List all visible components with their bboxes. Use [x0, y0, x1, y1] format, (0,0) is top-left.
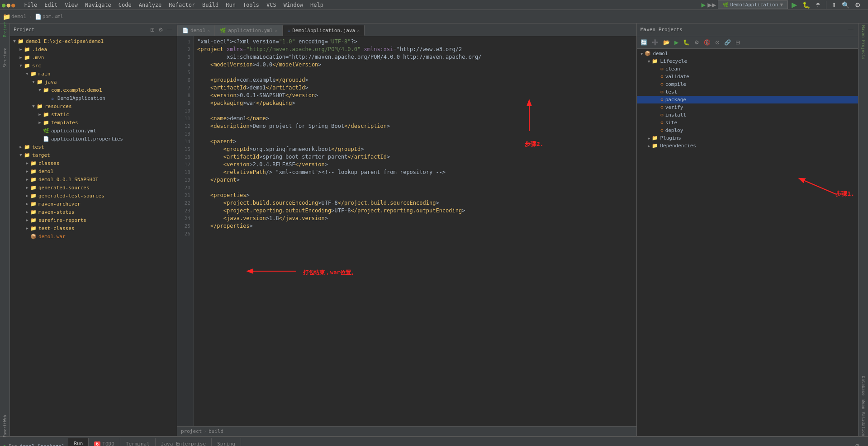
- menu-edit[interactable]: Edit: [41, 1, 61, 9]
- tree-arrow-18[interactable]: ▶: [24, 185, 30, 190]
- tree-arrow-1[interactable]: ▶: [18, 47, 24, 52]
- menu-file[interactable]: File: [20, 1, 41, 9]
- tree-arrow-21[interactable]: ▶: [24, 209, 30, 215]
- bottom-tab-run[interactable]: Run: [68, 438, 89, 446]
- menu-vcs[interactable]: VCS: [263, 1, 280, 9]
- tree-arrow-0[interactable]: ▼: [12, 38, 17, 44]
- maven-panel-minimize[interactable]: —: [847, 27, 854, 33]
- tab-close-yml[interactable]: ✕: [275, 28, 278, 33]
- maven-item-9[interactable]: ⚙site: [637, 119, 858, 127]
- tree-arrow-16[interactable]: ▶: [24, 169, 30, 174]
- menu-window[interactable]: Window: [280, 1, 307, 9]
- breadcrumb-project[interactable]: project: [181, 428, 202, 434]
- editor-tab-demo1[interactable]: 📄 demo1 ✕: [177, 25, 215, 36]
- tree-arrow-17[interactable]: ▶: [24, 177, 30, 182]
- tree-item-7[interactable]: ☕Demo1Application: [10, 94, 177, 102]
- maven-item-6[interactable]: ⚙package: [637, 96, 858, 103]
- maven-arrow-1[interactable]: ▼: [648, 59, 650, 64]
- maven-arrow-12[interactable]: ▶: [648, 144, 650, 148]
- tree-arrow-20[interactable]: ▶: [24, 201, 30, 207]
- bottom-panel-settings[interactable]: ⚙: [854, 443, 861, 446]
- maven-item-7[interactable]: ⚙verify: [637, 103, 858, 111]
- bean-validation-icon[interactable]: Bean Validation: [861, 399, 866, 436]
- bottom-tab-spring[interactable]: Spring: [212, 438, 241, 446]
- breadcrumb-build[interactable]: build: [209, 428, 223, 434]
- maven-settings[interactable]: ⚙: [693, 38, 701, 47]
- maven-collapse[interactable]: ⊟: [734, 38, 742, 47]
- maven-run-lifecycle[interactable]: ▶: [673, 38, 680, 47]
- maven-arrow-0[interactable]: ▼: [640, 52, 643, 56]
- tree-item-13[interactable]: ▶📁test: [10, 143, 177, 151]
- tree-item-14[interactable]: ▼📁target: [10, 151, 177, 159]
- tab-close-java[interactable]: ✕: [357, 28, 360, 33]
- tree-item-18[interactable]: ▶📁generated-sources: [10, 183, 177, 192]
- menu-view[interactable]: View: [61, 1, 81, 9]
- tree-arrow-3[interactable]: ▼: [18, 63, 24, 68]
- run-button[interactable]: ▶: [790, 0, 799, 10]
- bottom-tab-java-enterprise[interactable]: Java Enterprise: [156, 438, 212, 446]
- code-area[interactable]: "xml-decl"><?xml version="1.0" encoding=…: [194, 36, 636, 426]
- panel-settings-btn[interactable]: ⚙: [157, 27, 164, 33]
- tree-item-19[interactable]: ▶📁generated-test-sources: [10, 192, 177, 200]
- tree-arrow-5[interactable]: ▼: [31, 79, 36, 85]
- maven-item-11[interactable]: ▶📁Plugins: [637, 134, 858, 142]
- maven-add-project[interactable]: 📂: [661, 38, 672, 47]
- menu-tools[interactable]: Tools: [239, 1, 263, 9]
- maven-item-5[interactable]: ⚙test: [637, 88, 858, 96]
- tree-arrow-2[interactable]: ▶: [18, 55, 24, 60]
- bottom-tab-todo[interactable]: 6 TODO: [89, 438, 120, 446]
- maven-add[interactable]: ➕: [650, 38, 660, 47]
- run-config-selector[interactable]: 🌿 Demo1Application ▼: [718, 0, 788, 9]
- maven-item-3[interactable]: ⚙validate: [637, 73, 858, 80]
- coverage-button[interactable]: ☂: [814, 1, 822, 9]
- tree-item-0[interactable]: ▼📁demo1 E:\xjc-eclipse\demo1: [10, 37, 177, 45]
- project-icon[interactable]: Project: [1, 25, 9, 33]
- tree-item-5[interactable]: ▼📁java: [10, 78, 177, 86]
- tree-arrow-6[interactable]: ▼: [37, 87, 43, 93]
- tree-item-6[interactable]: ▼📁com.example.demo1: [10, 86, 177, 94]
- tree-arrow-15[interactable]: ▶: [24, 160, 30, 166]
- tree-item-16[interactable]: ▶📁demo1: [10, 167, 177, 175]
- editor-tab-yml[interactable]: 🌿 application.yml ✕: [215, 25, 282, 36]
- editor-tab-java[interactable]: ☕ Demo1Application.java ✕: [283, 25, 365, 36]
- tree-arrow-19[interactable]: ▶: [24, 193, 30, 198]
- menu-run[interactable]: Run: [222, 1, 239, 9]
- maven-show-dependencies[interactable]: 🔗: [722, 38, 733, 47]
- tree-item-2[interactable]: ▶📁.mvn: [10, 53, 177, 61]
- maven-skip-tests[interactable]: ⊘: [713, 38, 721, 47]
- menu-build[interactable]: Build: [199, 1, 222, 9]
- maven-item-0[interactable]: ▼📦demo1: [637, 50, 858, 57]
- database-icon[interactable]: Database: [861, 376, 866, 395]
- tree-arrow-22[interactable]: ▶: [24, 217, 30, 223]
- maven-projects-icon[interactable]: Maven Projects: [861, 25, 866, 60]
- menu-code[interactable]: Code: [115, 1, 135, 9]
- maven-toggle-offline[interactable]: 📵: [702, 38, 712, 47]
- tree-arrow-23[interactable]: ▶: [24, 225, 30, 231]
- maven-item-10[interactable]: ⚙deploy: [637, 127, 858, 134]
- tree-item-21[interactable]: ▶📁maven-status: [10, 208, 177, 216]
- vcs-button[interactable]: ⬆: [830, 1, 838, 9]
- bottom-tab-terminal[interactable]: Terminal: [120, 438, 156, 446]
- panel-sync-btn[interactable]: ⊞: [149, 27, 156, 33]
- maven-item-4[interactable]: ⚙compile: [637, 80, 858, 88]
- maven-arrow-11[interactable]: ▶: [648, 136, 650, 141]
- tree-item-17[interactable]: ▶📁demo1-0.0.1-SNAPSHOT: [10, 175, 177, 183]
- tree-item-24[interactable]: 📦demo1.war: [10, 232, 177, 240]
- tree-arrow-9[interactable]: ▶: [37, 112, 43, 117]
- tree-arrow-4[interactable]: ▼: [24, 71, 30, 76]
- favorites-icon[interactable]: Favorites: [1, 423, 9, 432]
- debug-button[interactable]: 🐛: [801, 0, 812, 9]
- maven-debug[interactable]: 🐛: [681, 38, 692, 47]
- search-everywhere-button[interactable]: 🔍: [840, 0, 851, 9]
- tree-item-22[interactable]: ▶📁surefire-reports: [10, 216, 177, 224]
- tree-item-3[interactable]: ▼📁src: [10, 61, 177, 70]
- menu-analyze[interactable]: Analyze: [135, 1, 166, 9]
- maven-item-2[interactable]: ⚙clean: [637, 65, 858, 73]
- panel-minimize-btn[interactable]: —: [166, 27, 173, 33]
- tree-arrow-14[interactable]: ▼: [18, 152, 24, 158]
- maven-refresh[interactable]: 🔄: [639, 38, 649, 47]
- tree-item-20[interactable]: ▶📁maven-archiver: [10, 200, 177, 208]
- tree-item-4[interactable]: ▼📁main: [10, 70, 177, 78]
- tree-arrow-10[interactable]: ▶: [37, 120, 43, 125]
- maven-item-1[interactable]: ▼📁Lifecycle: [637, 57, 858, 65]
